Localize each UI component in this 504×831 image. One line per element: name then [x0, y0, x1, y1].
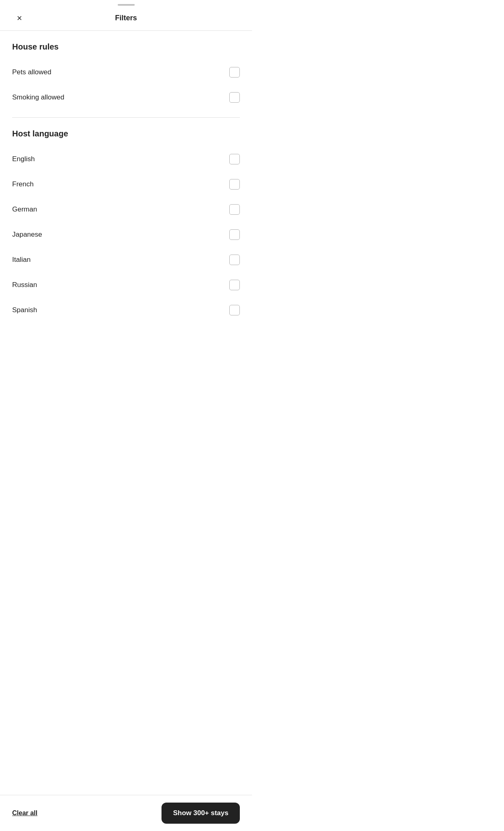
english-row[interactable]: English [12, 147, 240, 172]
spanish-label: Spanish [12, 306, 37, 314]
smoking-allowed-label: Smoking allowed [12, 93, 65, 101]
japanese-checkbox[interactable] [229, 229, 240, 240]
russian-row[interactable]: Russian [12, 272, 240, 298]
drag-handle [0, 0, 252, 6]
house-rules-section: House rules Pets allowed Smoking allowed [12, 31, 240, 113]
house-rules-title: House rules [12, 42, 240, 52]
host-language-section: Host language English French German Japa… [12, 118, 240, 326]
content: House rules Pets allowed Smoking allowed… [0, 31, 252, 367]
host-language-title: Host language [12, 129, 240, 138]
russian-checkbox[interactable] [229, 280, 240, 290]
smoking-allowed-row[interactable]: Smoking allowed [12, 85, 240, 110]
smoking-allowed-checkbox[interactable] [229, 92, 240, 103]
italian-checkbox[interactable] [229, 255, 240, 265]
french-label: French [12, 180, 34, 188]
german-checkbox[interactable] [229, 204, 240, 215]
german-row[interactable]: German [12, 197, 240, 222]
japanese-row[interactable]: Japanese [12, 222, 240, 247]
french-checkbox[interactable] [229, 179, 240, 190]
french-row[interactable]: French [12, 172, 240, 197]
header: × Filters [0, 6, 252, 31]
spanish-row[interactable]: Spanish [12, 298, 240, 323]
italian-row[interactable]: Italian [12, 247, 240, 272]
german-label: German [12, 205, 37, 214]
english-checkbox[interactable] [229, 154, 240, 164]
russian-label: Russian [12, 281, 37, 289]
italian-label: Italian [12, 256, 30, 264]
close-button[interactable]: × [12, 11, 27, 26]
japanese-label: Japanese [12, 231, 42, 239]
header-title: Filters [115, 14, 137, 22]
english-label: English [12, 155, 35, 163]
pets-allowed-checkbox[interactable] [229, 67, 240, 78]
pets-allowed-row[interactable]: Pets allowed [12, 60, 240, 85]
pets-allowed-label: Pets allowed [12, 68, 51, 76]
spanish-checkbox[interactable] [229, 305, 240, 315]
